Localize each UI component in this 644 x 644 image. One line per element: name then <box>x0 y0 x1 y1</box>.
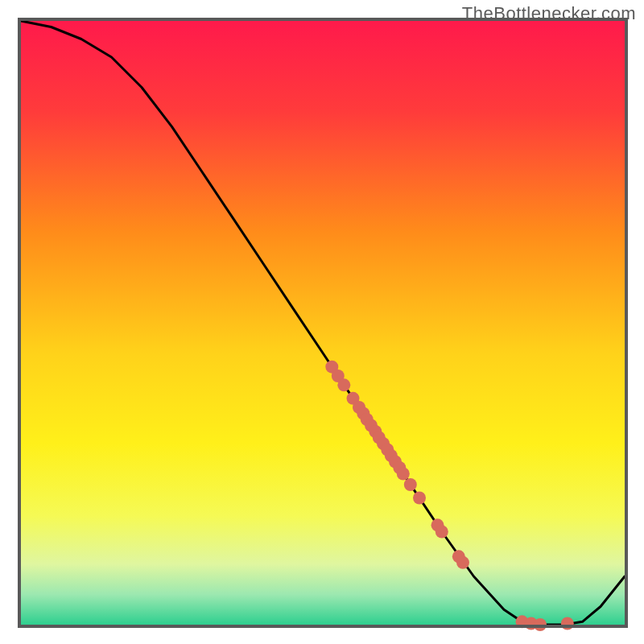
data-point <box>413 492 426 505</box>
bottleneck-chart <box>0 0 644 644</box>
data-point <box>337 378 350 391</box>
watermark-label: TheBottlenecker.com <box>462 3 636 24</box>
chart-background <box>21 21 625 625</box>
data-point <box>436 526 448 539</box>
data-point <box>561 617 574 630</box>
data-point <box>404 478 417 491</box>
chart-stage: TheBottlenecker.com <box>0 0 644 644</box>
data-point <box>456 556 469 569</box>
data-point <box>397 468 410 481</box>
